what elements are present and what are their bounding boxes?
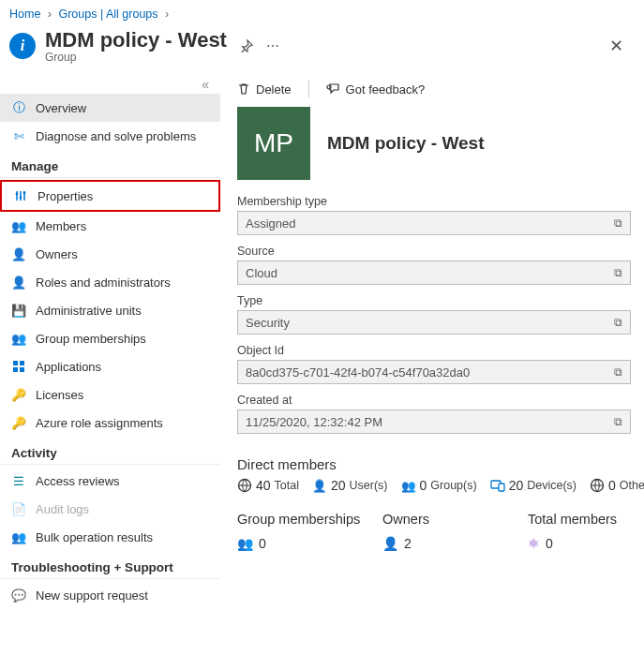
sidebar-item-applications[interactable]: Applications (0, 352, 220, 380)
field-source: Source Cloud ⧉ (237, 245, 631, 285)
group-memberships-icon: 👥 (11, 331, 26, 346)
copy-icon[interactable]: ⧉ (614, 365, 622, 379)
field-label: Type (237, 294, 631, 307)
sidebar-section-manage: Manage (0, 150, 220, 178)
members-icon: 👥 (11, 218, 26, 233)
svg-point-2 (23, 192, 26, 195)
trash-icon (237, 82, 250, 96)
sidebar-item-support-request[interactable]: 💬 New support request (0, 581, 220, 609)
field-value-box: Assigned ⧉ (237, 211, 631, 235)
collapse-sidebar-icon[interactable]: « (0, 77, 220, 94)
copy-icon[interactable]: ⧉ (614, 316, 622, 329)
support-icon: 💬 (11, 588, 26, 603)
dm-others: 0 Other(s) (590, 478, 644, 493)
sidebar-item-diagnose[interactable]: ✄ Diagnose and solve problems (0, 122, 220, 150)
audit-logs-icon: 📄 (11, 501, 26, 516)
feedback-button[interactable]: Got feedback? (326, 82, 426, 97)
field-label: Source (237, 245, 631, 258)
sidebar-item-members[interactable]: 👥 Members (0, 212, 220, 240)
copy-icon[interactable]: ⧉ (614, 266, 622, 279)
sidebar-item-owners[interactable]: 👤 Owners (0, 240, 220, 268)
sidebar-item-label: Licenses (36, 388, 83, 402)
sidebar-item-admin-units[interactable]: 💾 Administrative units (0, 296, 220, 324)
sidebar: « ⓘ Overview ✄ Diagnose and solve proble… (0, 75, 220, 655)
dm-users: 👤 20 User(s) (312, 478, 388, 493)
sidebar-item-label: Bulk operation results (36, 530, 153, 544)
diagnose-icon: ✄ (11, 128, 26, 143)
dm-label: User(s) (350, 479, 388, 492)
svg-point-1 (20, 197, 22, 200)
sidebar-item-label: Overview (36, 101, 86, 115)
copy-icon[interactable]: ⧉ (614, 415, 622, 428)
sidebar-section-activity: Activity (0, 437, 220, 465)
svg-rect-10 (499, 484, 504, 491)
roles-icon: 👤 (11, 275, 26, 290)
field-membership-type: Membership type Assigned ⧉ (237, 195, 631, 235)
azure-roles-icon: 🔑 (11, 415, 26, 430)
dm-label: Other(s) (620, 479, 644, 492)
device-icon (490, 479, 505, 492)
info-icon: i (9, 33, 36, 59)
field-value: Assigned (246, 216, 295, 231)
delete-button[interactable]: Delete (237, 82, 292, 97)
sidebar-item-label: Group memberships (36, 332, 146, 346)
stat-owners: Owners 👤 2 (382, 512, 528, 551)
field-value: Security (246, 316, 290, 330)
applications-icon (11, 359, 26, 374)
user-icon: 👤 (382, 536, 398, 551)
close-icon[interactable]: ✕ (602, 32, 631, 60)
sidebar-item-audit-logs[interactable]: 📄 Audit logs (0, 495, 220, 523)
copy-icon[interactable]: ⧉ (614, 216, 622, 230)
sidebar-item-label: Audit logs (36, 502, 89, 516)
sidebar-item-licenses[interactable]: 🔑 Licenses (0, 380, 220, 409)
field-value: Cloud (246, 266, 277, 280)
dm-label: Device(s) (527, 479, 577, 492)
dm-groups: 👥 0 Group(s) (401, 478, 477, 493)
sidebar-item-bulk-results[interactable]: 👥 Bulk operation results (0, 523, 220, 551)
breadcrumb: Home › Groups | All groups › (0, 0, 644, 24)
field-label: Membership type (237, 195, 631, 208)
page-header: i MDM policy - West Group ⋯ ✕ (0, 24, 644, 75)
field-label: Object Id (237, 344, 631, 357)
breadcrumb-home[interactable]: Home (9, 7, 40, 21)
sidebar-item-azure-roles[interactable]: 🔑 Azure role assignments (0, 409, 220, 437)
field-value: 8a0cd375-c701-42f4-b074-c54f70a32da0 (246, 365, 470, 380)
sidebar-item-group-memberships[interactable]: 👥 Group memberships (0, 324, 220, 352)
stat-group-memberships: Group memberships 👥 0 (237, 512, 382, 551)
dm-value: 20 (331, 478, 346, 493)
dm-label: Total (275, 479, 299, 492)
sidebar-item-label: New support request (36, 588, 148, 603)
group-avatar-tile: MP (237, 107, 310, 180)
svg-rect-3 (13, 361, 18, 365)
sidebar-item-access-reviews[interactable]: ☰ Access reviews (0, 467, 220, 495)
breadcrumb-groups[interactable]: Groups | All groups (58, 7, 157, 21)
sidebar-section-troubleshoot: Troubleshooting + Support (0, 551, 220, 579)
stat-value: 0 (546, 536, 553, 551)
sidebar-item-properties[interactable]: Properties (0, 180, 220, 212)
pin-icon[interactable] (240, 39, 253, 52)
field-value-box: Cloud ⧉ (237, 261, 631, 285)
admin-units-icon: 💾 (11, 303, 26, 318)
overview-icon: ⓘ (11, 100, 26, 115)
sidebar-item-label: Diagnose and solve problems (36, 129, 196, 143)
sidebar-item-label: Owners (36, 247, 78, 261)
sidebar-item-label: Access reviews (36, 474, 120, 488)
sidebar-item-label: Applications (36, 360, 101, 374)
bulk-results-icon: 👥 (11, 529, 26, 544)
svg-rect-6 (20, 367, 24, 372)
svg-rect-4 (20, 361, 24, 365)
sidebar-item-overview[interactable]: ⓘ Overview (0, 94, 220, 122)
toolbar: Delete Got feedback? (237, 75, 631, 107)
access-reviews-icon: ☰ (11, 473, 26, 488)
sidebar-item-roles[interactable]: 👤 Roles and administrators (0, 268, 220, 296)
sidebar-item-label: Members (36, 219, 86, 233)
field-object-id: Object Id 8a0cd375-c701-42f4-b074-c54f70… (237, 344, 631, 384)
stat-heading: Group memberships (237, 512, 382, 527)
dm-value: 0 (420, 478, 427, 493)
dm-devices: 20 Device(s) (490, 478, 577, 493)
sidebar-item-label: Azure role assignments (36, 416, 163, 430)
dm-total: 40 Total (237, 478, 299, 493)
more-icon[interactable]: ⋯ (266, 38, 281, 53)
stat-value: 2 (404, 536, 412, 551)
user-icon: 👤 (312, 479, 327, 493)
